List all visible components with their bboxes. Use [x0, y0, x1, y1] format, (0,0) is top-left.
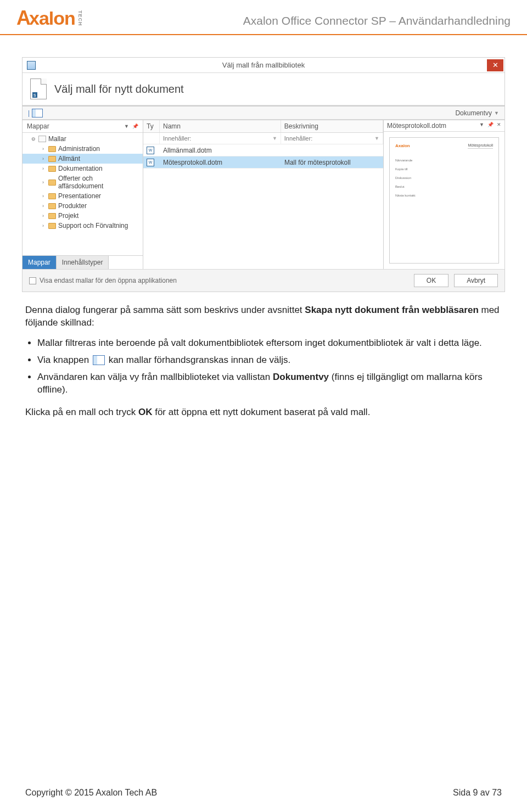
row-name: Allmänmall.dotm: [160, 145, 281, 156]
page-header: Axalon TECH Axalon Office Connector SP –…: [0, 0, 527, 35]
tree-item-label: Support och Förvaltning: [58, 222, 128, 229]
tree-item[interactable]: ›Produkter: [23, 201, 143, 211]
preview-toggle-button[interactable]: [32, 109, 43, 117]
copyright: Copyright © 2015 Axalon Tech AB: [25, 788, 157, 798]
close-icon[interactable]: ✕: [497, 122, 501, 130]
preview-line: Diskussion: [395, 176, 493, 180]
intro-bold: Skapa nytt dokument från webbläsaren: [305, 305, 478, 315]
preview-line: Kopia till: [395, 167, 493, 171]
expand-icon[interactable]: ›: [40, 146, 46, 152]
tree-root-label: Mallar: [48, 135, 66, 143]
tree-item-label: Administration: [58, 145, 100, 153]
bullet-2: Via knappen kan mallar förhandsgranskas …: [37, 354, 502, 367]
bullet-2a: Via knappen: [37, 355, 92, 365]
sidebar-panel: Mappar ▼ 📌 ⊖ Mallar ›Administration›Allm…: [23, 120, 143, 269]
preview-line: Beslut: [395, 185, 493, 188]
expand-icon[interactable]: ›: [40, 213, 46, 219]
expand-icon[interactable]: ›: [40, 203, 46, 209]
checkbox-icon[interactable]: [29, 277, 36, 284]
tree-item[interactable]: ›Support och Förvaltning: [23, 221, 143, 231]
preview-thumbnail: Axalon Mötesprotokoll NärvarandeKopia ti…: [389, 137, 499, 264]
checkbox-label: Visa endast mallar för den öppna applika…: [40, 277, 177, 284]
tab-innehallstyper[interactable]: Innehållstyper: [57, 256, 109, 269]
tree-item[interactable]: ›Dokumentation: [23, 164, 143, 173]
pin-icon[interactable]: 📌: [132, 124, 138, 129]
bullet-list: Mallar filtreras inte beroende på valt d…: [37, 337, 502, 396]
preview-panel: Mötesprotokoll.dotm ▼ 📌 ✕ Axalon Mötespr…: [384, 120, 504, 269]
col-type[interactable]: Ty: [143, 120, 160, 132]
expand-icon[interactable]: ›: [40, 156, 46, 162]
expand-icon[interactable]: ›: [40, 193, 46, 199]
folder-icon: [48, 166, 56, 172]
bullet-2b: kan mallar förhandsgranskas innan de väl…: [106, 355, 290, 365]
expand-icon[interactable]: ›: [40, 166, 46, 172]
document-icon: [30, 79, 47, 99]
bullet-3a: Användaren kan välja vy från mallbibliot…: [37, 372, 273, 382]
cancel-button[interactable]: Avbryt: [454, 274, 498, 287]
tree-root[interactable]: ⊖ Mallar: [23, 134, 143, 144]
tree-item[interactable]: ›Administration: [23, 144, 143, 154]
logo-a-icon: A: [16, 7, 30, 30]
tree-item[interactable]: ›Presentationer: [23, 191, 143, 201]
folder-tree: ⊖ Mallar ›Administration›Allmänt›Dokumen…: [23, 133, 143, 255]
col-name[interactable]: Namn: [160, 120, 281, 132]
intro-paragraph: Denna dialog fungerar på samma sätt som …: [25, 304, 502, 329]
logo-tech: TECH: [77, 10, 83, 26]
chevron-down-icon[interactable]: ▼: [479, 122, 484, 130]
preview-line: Närvarande: [395, 159, 493, 162]
view-dropdown-label: Dokumentvy: [455, 109, 492, 117]
filter-desc-label: Innehåller:: [284, 135, 312, 142]
preview-title: Mötesprotokoll.dotm: [387, 122, 446, 130]
preview-line: Nästa kontakt: [395, 194, 493, 197]
expand-icon[interactable]: ›: [40, 223, 46, 229]
tree-item[interactable]: ›Projekt: [23, 211, 143, 221]
folder-icon: [48, 146, 56, 152]
expand-icon[interactable]: ⊖: [30, 136, 36, 142]
tree-item-label: Produkter: [58, 202, 87, 210]
logo: Axalon TECH: [16, 7, 83, 30]
folder-icon: [48, 203, 56, 209]
preview-header: Mötesprotokoll.dotm ▼ 📌 ✕: [384, 120, 504, 132]
library-icon: [38, 136, 46, 142]
tree-item-label: Dokumentation: [58, 165, 103, 172]
sidebar-controls: ▼ 📌: [124, 124, 138, 129]
word-icon: W: [147, 159, 154, 166]
page-footer: Copyright © 2015 Axalon Tech AB Sida 9 a…: [0, 788, 527, 798]
bullet-3: Användaren kan välja vy från mallbibliot…: [37, 371, 502, 396]
filter-description[interactable]: Innehåller: ▼: [281, 133, 383, 144]
pin-icon[interactable]: 📌: [487, 122, 494, 130]
dialog-heading: Välj mall för nytt dokument: [54, 83, 184, 96]
tree-item[interactable]: ›Offerter och affärsdokument: [23, 173, 143, 191]
sidebar-header: Mappar ▼ 📌: [23, 120, 143, 133]
bullet-1: Mallar filtreras inte beroende på valt d…: [37, 337, 502, 350]
chevron-down-icon[interactable]: ▼: [124, 124, 129, 129]
sidebar-tabs: Mappar Innehållstyper: [23, 255, 143, 269]
page-number: Sida 9 av 73: [453, 788, 502, 798]
row-name: Mötesprotokoll.dotm: [160, 157, 281, 168]
folder-icon: [48, 223, 56, 229]
template-grid: Ty Namn Beskrivning Innehåller: ▼ Innehå…: [143, 120, 384, 269]
filter-name[interactable]: Innehåller: ▼: [160, 133, 281, 144]
funnel-icon[interactable]: ▼: [374, 136, 379, 141]
tab-mappar[interactable]: Mappar: [23, 256, 57, 269]
view-dropdown[interactable]: Dokumentvy ▼: [455, 109, 499, 117]
expand-icon[interactable]: ›: [40, 180, 46, 186]
ok-button[interactable]: OK: [414, 274, 448, 287]
tree-item[interactable]: ›Allmänt: [23, 154, 143, 164]
header-title: Axalon Office Connector SP – Användarhan…: [243, 14, 511, 30]
chevron-down-icon: ▼: [494, 110, 499, 116]
table-row[interactable]: WMötesprotokoll.dotmMall för mötesprotok…: [143, 156, 383, 169]
dialog-app-icon: [27, 61, 36, 70]
filter-type[interactable]: [143, 133, 160, 144]
close-button[interactable]: ✕: [487, 59, 503, 71]
folder-icon: [48, 213, 56, 219]
show-only-checkbox[interactable]: Visa endast mallar för den öppna applika…: [29, 277, 177, 284]
preview-toggle-icon: [93, 355, 105, 365]
dialog-titlebar: Välj mall från mallbibliotek ✕: [23, 58, 504, 73]
outro-paragraph: Klicka på en mall och tryck OK för att ö…: [25, 406, 502, 419]
outro-bold: OK: [138, 407, 153, 417]
dialog-heading-row: Välj mall för nytt dokument: [23, 73, 504, 105]
funnel-icon[interactable]: ▼: [272, 136, 277, 141]
table-row[interactable]: WAllmänmall.dotm: [143, 144, 383, 156]
col-description[interactable]: Beskrivning: [281, 120, 383, 132]
